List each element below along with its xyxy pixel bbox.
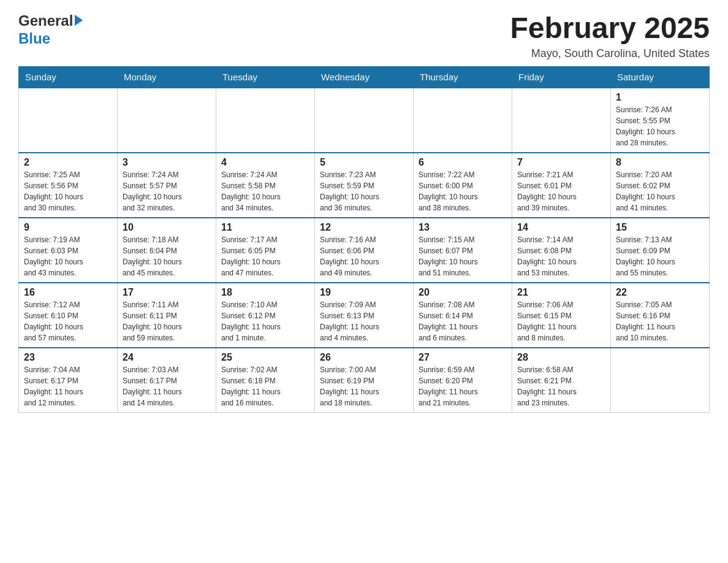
logo: General Blue: [18, 12, 83, 48]
day-info: Sunrise: 6:58 AMSunset: 6:21 PMDaylight:…: [517, 364, 605, 408]
calendar-cell: 12Sunrise: 7:16 AMSunset: 6:06 PMDayligh…: [315, 218, 414, 283]
day-info: Sunrise: 7:24 AMSunset: 5:57 PMDaylight:…: [123, 169, 211, 213]
calendar-cell: [216, 88, 315, 153]
day-number: 11: [221, 222, 309, 233]
day-number: 2: [24, 157, 112, 168]
calendar-cell: 10Sunrise: 7:18 AMSunset: 6:04 PMDayligh…: [118, 218, 216, 283]
day-info: Sunrise: 7:08 AMSunset: 6:14 PMDaylight:…: [419, 299, 507, 343]
day-number: 17: [123, 287, 211, 298]
day-number: 15: [616, 222, 704, 233]
day-info: Sunrise: 7:20 AMSunset: 6:02 PMDaylight:…: [616, 169, 704, 213]
day-info: Sunrise: 7:22 AMSunset: 6:00 PMDaylight:…: [419, 169, 507, 213]
day-info: Sunrise: 7:17 AMSunset: 6:05 PMDaylight:…: [221, 234, 309, 278]
day-number: 12: [320, 222, 408, 233]
calendar-cell: 26Sunrise: 7:00 AMSunset: 6:19 PMDayligh…: [315, 348, 414, 413]
calendar-cell: [19, 88, 118, 153]
day-number: 4: [221, 157, 309, 168]
day-info: Sunrise: 7:16 AMSunset: 6:06 PMDaylight:…: [320, 234, 408, 278]
logo-triangle-icon: [75, 15, 83, 26]
day-number: 26: [320, 352, 408, 363]
day-number: 27: [419, 352, 507, 363]
calendar-cell: 6Sunrise: 7:22 AMSunset: 6:00 PMDaylight…: [414, 153, 512, 218]
day-info: Sunrise: 7:18 AMSunset: 6:04 PMDaylight:…: [123, 234, 211, 278]
week-row-2: 2Sunrise: 7:25 AMSunset: 5:56 PMDaylight…: [19, 153, 710, 218]
calendar-cell: [512, 88, 611, 153]
location-subtitle: Mayo, South Carolina, United States: [510, 47, 710, 60]
week-row-5: 23Sunrise: 7:04 AMSunset: 6:17 PMDayligh…: [19, 348, 710, 413]
calendar-cell: 19Sunrise: 7:09 AMSunset: 6:13 PMDayligh…: [315, 283, 414, 348]
calendar-cell: 5Sunrise: 7:23 AMSunset: 5:59 PMDaylight…: [315, 153, 414, 218]
day-info: Sunrise: 7:13 AMSunset: 6:09 PMDaylight:…: [616, 234, 704, 278]
calendar-cell: 25Sunrise: 7:02 AMSunset: 6:18 PMDayligh…: [216, 348, 315, 413]
calendar-cell: 20Sunrise: 7:08 AMSunset: 6:14 PMDayligh…: [414, 283, 512, 348]
day-info: Sunrise: 7:10 AMSunset: 6:12 PMDaylight:…: [221, 299, 309, 343]
day-number: 10: [123, 222, 211, 233]
day-number: 25: [221, 352, 309, 363]
day-info: Sunrise: 7:11 AMSunset: 6:11 PMDaylight:…: [123, 299, 211, 343]
week-row-1: 1Sunrise: 7:26 AMSunset: 5:55 PMDaylight…: [19, 88, 710, 153]
day-number: 5: [320, 157, 408, 168]
day-info: Sunrise: 7:05 AMSunset: 6:16 PMDaylight:…: [616, 299, 704, 343]
day-number: 7: [517, 157, 605, 168]
calendar-cell: 13Sunrise: 7:15 AMSunset: 6:07 PMDayligh…: [414, 218, 512, 283]
day-number: 18: [221, 287, 309, 298]
day-number: 16: [24, 287, 112, 298]
day-info: Sunrise: 7:15 AMSunset: 6:07 PMDaylight:…: [419, 234, 507, 278]
calendar-table: SundayMondayTuesdayWednesdayThursdayFrid…: [18, 66, 710, 413]
weekday-header-wednesday: Wednesday: [315, 66, 414, 88]
weekday-header-tuesday: Tuesday: [216, 66, 315, 88]
day-info: Sunrise: 7:23 AMSunset: 5:59 PMDaylight:…: [320, 169, 408, 213]
calendar-cell: [118, 88, 216, 153]
weekday-header-monday: Monday: [118, 66, 216, 88]
calendar-cell: 11Sunrise: 7:17 AMSunset: 6:05 PMDayligh…: [216, 218, 315, 283]
page-header: General Blue February 2025 Mayo, South C…: [18, 12, 710, 60]
calendar-cell: 4Sunrise: 7:24 AMSunset: 5:58 PMDaylight…: [216, 153, 315, 218]
calendar-cell: 7Sunrise: 7:21 AMSunset: 6:01 PMDaylight…: [512, 153, 611, 218]
title-area: February 2025 Mayo, South Carolina, Unit…: [510, 12, 710, 60]
calendar-cell: [315, 88, 414, 153]
calendar-cell: 1Sunrise: 7:26 AMSunset: 5:55 PMDaylight…: [611, 88, 710, 153]
day-number: 14: [517, 222, 605, 233]
weekday-header-saturday: Saturday: [611, 66, 710, 88]
day-number: 1: [616, 92, 704, 103]
day-info: Sunrise: 7:02 AMSunset: 6:18 PMDaylight:…: [221, 364, 309, 408]
day-number: 20: [419, 287, 507, 298]
day-number: 28: [517, 352, 605, 363]
day-number: 23: [24, 352, 112, 363]
weekday-header-row: SundayMondayTuesdayWednesdayThursdayFrid…: [19, 66, 710, 88]
calendar-cell: 16Sunrise: 7:12 AMSunset: 6:10 PMDayligh…: [19, 283, 118, 348]
day-number: 24: [123, 352, 211, 363]
day-info: Sunrise: 6:59 AMSunset: 6:20 PMDaylight:…: [419, 364, 507, 408]
calendar-cell: [414, 88, 512, 153]
calendar-cell: [611, 348, 710, 413]
logo-general-text: General: [18, 12, 73, 30]
day-number: 13: [419, 222, 507, 233]
day-info: Sunrise: 7:04 AMSunset: 6:17 PMDaylight:…: [24, 364, 112, 408]
calendar-cell: 28Sunrise: 6:58 AMSunset: 6:21 PMDayligh…: [512, 348, 611, 413]
day-info: Sunrise: 7:25 AMSunset: 5:56 PMDaylight:…: [24, 169, 112, 213]
day-info: Sunrise: 7:00 AMSunset: 6:19 PMDaylight:…: [320, 364, 408, 408]
calendar-cell: 22Sunrise: 7:05 AMSunset: 6:16 PMDayligh…: [611, 283, 710, 348]
logo-blue-text: Blue: [18, 30, 50, 47]
weekday-header-thursday: Thursday: [414, 66, 512, 88]
weekday-header-sunday: Sunday: [19, 66, 118, 88]
day-info: Sunrise: 7:21 AMSunset: 6:01 PMDaylight:…: [517, 169, 605, 213]
calendar-cell: 14Sunrise: 7:14 AMSunset: 6:08 PMDayligh…: [512, 218, 611, 283]
day-info: Sunrise: 7:03 AMSunset: 6:17 PMDaylight:…: [123, 364, 211, 408]
day-number: 9: [24, 222, 112, 233]
day-number: 3: [123, 157, 211, 168]
calendar-cell: 2Sunrise: 7:25 AMSunset: 5:56 PMDaylight…: [19, 153, 118, 218]
calendar-cell: 8Sunrise: 7:20 AMSunset: 6:02 PMDaylight…: [611, 153, 710, 218]
day-info: Sunrise: 7:19 AMSunset: 6:03 PMDaylight:…: [24, 234, 112, 278]
calendar-cell: 27Sunrise: 6:59 AMSunset: 6:20 PMDayligh…: [414, 348, 512, 413]
day-number: 6: [419, 157, 507, 168]
month-year-title: February 2025: [510, 12, 710, 45]
day-number: 22: [616, 287, 704, 298]
weekday-header-friday: Friday: [512, 66, 611, 88]
week-row-4: 16Sunrise: 7:12 AMSunset: 6:10 PMDayligh…: [19, 283, 710, 348]
day-number: 8: [616, 157, 704, 168]
day-info: Sunrise: 7:14 AMSunset: 6:08 PMDaylight:…: [517, 234, 605, 278]
calendar-cell: 15Sunrise: 7:13 AMSunset: 6:09 PMDayligh…: [611, 218, 710, 283]
week-row-3: 9Sunrise: 7:19 AMSunset: 6:03 PMDaylight…: [19, 218, 710, 283]
calendar-cell: 9Sunrise: 7:19 AMSunset: 6:03 PMDaylight…: [19, 218, 118, 283]
